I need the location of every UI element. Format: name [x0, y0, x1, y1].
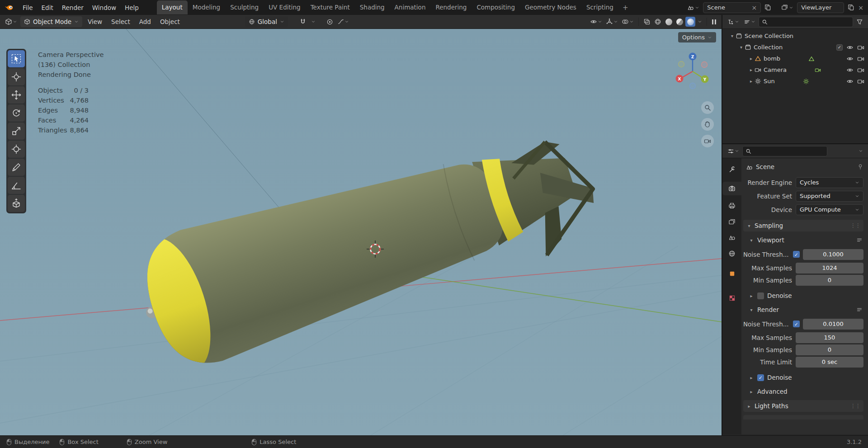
tab-render[interactable]	[722, 182, 741, 195]
render-subpanel-header[interactable]: ▾Render	[749, 304, 863, 315]
viewlayer-name-field[interactable]: ViewLayer	[797, 2, 844, 13]
xray-toggle[interactable]	[642, 17, 652, 27]
render-min-samples-field[interactable]: 0	[796, 344, 863, 355]
tool-measure[interactable]	[8, 177, 25, 194]
render-noise-threshold-field[interactable]: 0.0100	[803, 319, 863, 330]
hide-eye-icon[interactable]	[846, 44, 854, 51]
tab-uv-editing[interactable]: UV Editing	[264, 0, 305, 14]
outliner-row-sun[interactable]: ▸ Sun	[722, 75, 868, 87]
pin-icon[interactable]	[857, 164, 863, 170]
viewport-min-samples-field[interactable]: 0	[796, 275, 863, 286]
shading-rendered-button[interactable]	[685, 17, 695, 27]
object-visibility-dropdown[interactable]	[589, 17, 604, 27]
render-visibility-icon[interactable]	[857, 55, 864, 62]
disclosure-icon[interactable]: ▸	[748, 56, 755, 61]
render-visibility-icon[interactable]	[857, 78, 864, 85]
menu-file[interactable]: File	[19, 2, 37, 13]
menu-object[interactable]: Object	[156, 17, 184, 27]
snap-dropdown[interactable]	[310, 18, 317, 25]
menu-render[interactable]: Render	[58, 2, 88, 13]
viewport-denoise-subpanel[interactable]: ▸ Denoise	[749, 290, 863, 301]
outliner-row-scene-collection[interactable]: ▾ Scene Collection	[722, 30, 868, 42]
tool-rotate[interactable]	[8, 104, 25, 122]
tool-scale[interactable]	[8, 123, 25, 140]
tab-world[interactable]	[722, 247, 741, 260]
unlink-scene-icon[interactable]: ×	[752, 5, 757, 11]
gizmos-dropdown[interactable]	[604, 17, 619, 27]
tab-animation[interactable]: Animation	[390, 0, 431, 14]
feature-set-dropdown[interactable]: Supported	[796, 191, 863, 202]
tool-add-cube[interactable]	[8, 195, 25, 212]
remove-viewlayer-button[interactable]: ×	[858, 5, 863, 11]
render-denoise-subpanel[interactable]: ▸ ✓ Denoise	[749, 372, 863, 383]
render-visibility-icon[interactable]	[857, 66, 864, 74]
tool-cursor[interactable]	[8, 68, 25, 85]
overlays-dropdown[interactable]	[620, 17, 635, 27]
next-panel-partial[interactable]	[743, 415, 863, 420]
viewport-noise-threshold-field[interactable]: 0.1000	[803, 249, 863, 260]
tab-view-layer[interactable]	[722, 215, 741, 229]
pause-icon[interactable]	[710, 19, 718, 24]
tab-tool[interactable]	[722, 163, 741, 176]
render-visibility-icon[interactable]	[857, 44, 864, 51]
shading-wireframe-button[interactable]	[653, 17, 663, 27]
tab-sculpting[interactable]: Sculpting	[225, 0, 264, 14]
light-paths-panel-header[interactable]: ▸Light Paths ⋮⋮	[743, 400, 863, 412]
viewport-max-samples-field[interactable]: 1024	[796, 263, 863, 274]
editor-type-button[interactable]	[4, 17, 19, 27]
tool-select-box[interactable]	[8, 50, 25, 67]
render-time-limit-field[interactable]: 0 sec	[796, 357, 863, 368]
camera-view-button[interactable]	[701, 135, 714, 147]
snap-toggle[interactable]	[298, 17, 308, 27]
viewport-subpanel-header[interactable]: ▾Viewport	[749, 235, 863, 245]
tool-move[interactable]	[8, 86, 25, 104]
collection-checkbox[interactable]: ✓	[836, 44, 843, 51]
outliner-row-bomb[interactable]: ▸ bomb	[722, 53, 868, 64]
outliner-row-camera[interactable]: ▸ Camera	[722, 64, 868, 75]
render-denoise-checkbox[interactable]: ✓	[757, 374, 764, 381]
disclosure-icon[interactable]: ▸	[748, 67, 755, 72]
outliner-filter-button[interactable]	[855, 17, 864, 27]
render-engine-dropdown[interactable]: Cycles	[796, 177, 863, 188]
properties-options-button[interactable]	[857, 147, 864, 155]
proportional-falloff-dropdown[interactable]	[336, 17, 350, 26]
menu-select[interactable]: Select	[108, 17, 134, 27]
hide-eye-icon[interactable]	[846, 55, 854, 62]
noise-threshold-checkbox[interactable]: ✓	[793, 251, 800, 258]
disclosure-icon[interactable]: ▾	[729, 33, 736, 38]
tab-output[interactable]	[722, 199, 741, 212]
scene-name-field[interactable]: Scene ×	[703, 2, 761, 13]
tab-layout[interactable]: Layout	[157, 0, 188, 14]
preset-icon[interactable]	[856, 237, 863, 243]
menu-help[interactable]: Help	[121, 2, 143, 13]
pan-button[interactable]	[701, 118, 714, 131]
noise-threshold-checkbox[interactable]: ✓	[793, 321, 800, 327]
preset-icon[interactable]	[856, 307, 863, 313]
axis-minus-x[interactable]	[702, 62, 708, 68]
tab-compositing[interactable]: Compositing	[472, 0, 520, 14]
tab-geometry-nodes[interactable]: Geometry Nodes	[520, 0, 581, 14]
properties-editor-type-button[interactable]	[726, 146, 741, 156]
hide-eye-icon[interactable]	[846, 78, 854, 85]
new-scene-button[interactable]	[763, 3, 773, 12]
zoom-button[interactable]	[701, 101, 714, 114]
menu-add[interactable]: Add	[136, 17, 155, 27]
shading-dropdown[interactable]	[696, 18, 703, 25]
disclosure-icon[interactable]: ▾	[738, 45, 745, 50]
tab-shading[interactable]: Shading	[355, 0, 390, 14]
display-mode-dropdown[interactable]	[742, 17, 757, 27]
navigation-gizmo[interactable]: Z X Y	[672, 51, 713, 92]
proportional-edit-toggle[interactable]	[325, 17, 335, 27]
add-viewlayer-button[interactable]	[846, 3, 856, 12]
browse-viewlayer-button[interactable]	[779, 3, 795, 12]
outliner-search[interactable]	[759, 17, 853, 27]
tab-scene[interactable]	[722, 231, 741, 244]
tab-object[interactable]	[722, 267, 741, 280]
tab-texture-paint[interactable]: Texture Paint	[306, 0, 355, 14]
outliner-editor-type-button[interactable]	[726, 17, 741, 27]
viewport-denoise-checkbox[interactable]	[757, 292, 764, 299]
menu-window[interactable]: Window	[88, 2, 120, 13]
tab-texture[interactable]	[722, 291, 741, 305]
device-dropdown[interactable]: GPU Compute	[796, 204, 863, 215]
menu-edit[interactable]: Edit	[38, 2, 57, 13]
